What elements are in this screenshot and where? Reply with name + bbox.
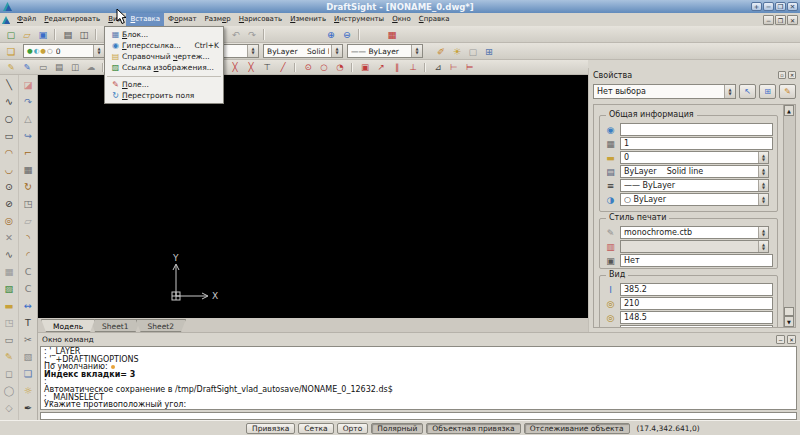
reference-edit-icon[interactable]: ▤ <box>51 61 67 74</box>
delete-icon[interactable]: ◪ <box>20 76 37 93</box>
menu-item[interactable]: ▤ Справочный чертеж... <box>105 51 223 62</box>
trim-icon[interactable]: ⌐ <box>20 144 37 161</box>
rotate-entity-icon[interactable]: ↻ <box>20 178 37 195</box>
color-palette-icon[interactable]: ▦ <box>384 27 400 42</box>
scale-icon[interactable]: △ <box>20 110 37 127</box>
draw-donut-icon[interactable]: ⊙ <box>1 178 18 195</box>
select-matching-icon[interactable]: ⊞ <box>759 84 776 99</box>
format-painter-icon[interactable]: ✎ <box>3 61 19 74</box>
view-center-x-field[interactable]: 210 <box>620 297 773 310</box>
redo-icon[interactable]: ↷ <box>244 27 260 42</box>
draw-polygon-icon[interactable]: ◇ <box>1 399 18 416</box>
polar-toggle[interactable]: Полярный <box>371 423 423 434</box>
zoom-in-icon[interactable]: ⊕ <box>323 27 339 42</box>
draw-ellipse-icon[interactable]: ⊘ <box>1 195 18 212</box>
open-folder-icon[interactable]: ▱ <box>19 27 35 42</box>
tab-model[interactable]: Модель <box>41 319 95 332</box>
snap-settings-icon[interactable]: ⊨ <box>462 61 478 74</box>
close-button-icon[interactable]: ✕ <box>787 2 798 11</box>
printstyle-combo[interactable]: monochrome.ctb <box>620 226 769 239</box>
layer-manager-icon[interactable]: ❏ <box>3 44 19 59</box>
menu-item[interactable]: ✎ Поле... <box>105 79 223 90</box>
draw-block-icon[interactable]: ◳ <box>1 314 18 331</box>
new-document-icon[interactable]: ▢ <box>3 27 19 42</box>
menu-tools[interactable]: Инструменты <box>330 13 388 26</box>
snap-endpoint-icon[interactable]: ╱ <box>275 61 291 74</box>
panel-shade-icon[interactable]: ▫ <box>778 71 786 79</box>
entity-track-toggle[interactable]: Отслеживание объекта <box>524 423 630 434</box>
measure-icon[interactable]: ✐ <box>433 44 449 59</box>
menu-file[interactable]: Файл <box>13 13 40 26</box>
printtable-field[interactable]: Нет <box>620 254 773 267</box>
tab-sheet1[interactable]: Sheet1 <box>90 319 140 332</box>
ortho-toggle[interactable]: Орто <box>337 423 369 434</box>
snap-parallel-icon[interactable]: ∥ <box>389 61 405 74</box>
tab-sheet2[interactable]: Sheet2 <box>136 319 186 332</box>
line-style-combo[interactable]: ByLayer Solid line <box>263 44 343 58</box>
spinner-icon[interactable] <box>247 45 258 57</box>
image-icon[interactable]: ▧ <box>20 348 37 365</box>
menu-item[interactable]: ◉ Гиперссылка... Ctrl+K <box>105 40 223 51</box>
menu-help[interactable]: Справка <box>415 13 454 26</box>
menu-edit[interactable]: Редактировать <box>40 13 104 26</box>
menu-modify[interactable]: Изменить <box>286 13 330 26</box>
stretch-icon[interactable]: ↔ <box>20 297 37 314</box>
snap-toggle[interactable]: Привязка <box>246 423 295 434</box>
snap-nearest-icon[interactable]: ⊿ <box>430 61 446 74</box>
fillet-icon[interactable]: ◝ <box>20 229 37 246</box>
scroll-thumb[interactable] <box>784 307 794 316</box>
undo-icon[interactable]: ↶ <box>228 27 244 42</box>
draw-point-icon[interactable]: ✕ <box>1 229 18 246</box>
draw-polyline-icon[interactable]: ∿ <box>1 93 18 110</box>
quick-select-icon[interactable]: ✎ <box>779 84 796 99</box>
spinner-icon[interactable] <box>758 241 768 252</box>
shade-button-icon[interactable]: + <box>751 2 762 11</box>
mdi-minimize-icon[interactable]: − <box>763 15 774 25</box>
draw-region-icon[interactable]: ▦ <box>1 263 18 280</box>
print-preview-icon[interactable]: ◫ <box>76 27 92 42</box>
weld-icon[interactable]: C <box>20 280 37 297</box>
minimize-button-icon[interactable]: − <box>763 2 774 11</box>
scroll-down-icon[interactable]: ▼ <box>784 316 794 327</box>
edit-text-icon[interactable]: ✎ <box>19 61 35 74</box>
render-icon[interactable]: ✒ <box>20 399 37 416</box>
save-icon[interactable]: ▣ <box>35 27 51 42</box>
menu-item[interactable]: ▦ Блок... <box>105 29 223 40</box>
pattern-icon[interactable]: ▦ <box>20 161 37 178</box>
snap-none-icon[interactable]: ⊢ <box>446 61 462 74</box>
split-icon[interactable]: ✂ <box>20 331 37 348</box>
spinner-icon[interactable] <box>758 227 768 238</box>
layers-icon[interactable]: ❏ <box>20 365 37 382</box>
count-field[interactable]: 1 <box>620 137 773 150</box>
make-block-icon[interactable]: ▭ <box>35 61 51 74</box>
draw-rectangle-icon[interactable]: ▭ <box>1 127 18 144</box>
menu-dimension[interactable]: Размер <box>201 13 235 26</box>
new-sheet-icon[interactable]: ▢ <box>465 44 481 59</box>
spinner-icon[interactable] <box>724 85 735 98</box>
extend-icon[interactable]: ◳ <box>20 195 37 212</box>
chamfer-icon[interactable]: ◜ <box>20 246 37 263</box>
snap-insert-icon[interactable]: ▣ <box>357 61 373 74</box>
spinner-icon[interactable] <box>331 45 342 57</box>
draw-table-icon[interactable]: ▭ <box>1 331 18 348</box>
draw-hatch-icon[interactable]: ▨ <box>1 280 18 297</box>
viewport-icon[interactable]: ◫ <box>67 61 83 74</box>
zoom-out-icon[interactable]: ⊖ <box>339 27 355 42</box>
entity-snap-toggle[interactable]: Объектная привязка <box>426 423 520 434</box>
selection-filter-combo[interactable]: Нет выбора <box>593 84 736 99</box>
linecolor-combo[interactable]: ○ ByLayer <box>620 193 769 206</box>
panel-close-icon[interactable]: ✕ <box>788 71 796 79</box>
spinner-icon[interactable] <box>758 166 768 177</box>
menu-insert[interactable]: Вставка <box>126 13 164 26</box>
lineweight-combo[interactable]: —— ByLayer <box>620 179 769 192</box>
layer-combo[interactable]: 0 <box>620 151 769 164</box>
menu-draw[interactable]: Нарисовать <box>235 13 286 26</box>
draw-curve-icon[interactable]: ◡ <box>1 161 18 178</box>
draw-note-icon[interactable]: ✎ <box>1 348 18 365</box>
view-center-z-field[interactable]: 0 <box>620 325 773 328</box>
menu-format[interactable]: Формат <box>164 13 200 26</box>
spinner-icon[interactable] <box>411 45 422 57</box>
snap-extension-icon[interactable]: ↗ <box>373 61 389 74</box>
spinner-icon[interactable] <box>93 45 104 57</box>
snap-center-icon[interactable]: ⊙ <box>300 61 316 74</box>
